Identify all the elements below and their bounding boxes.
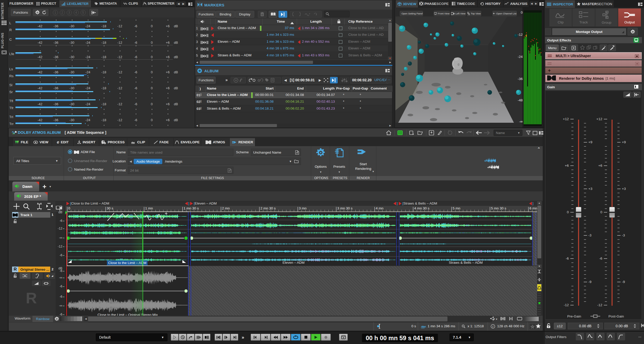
svg-text:i: i [493, 325, 494, 328]
